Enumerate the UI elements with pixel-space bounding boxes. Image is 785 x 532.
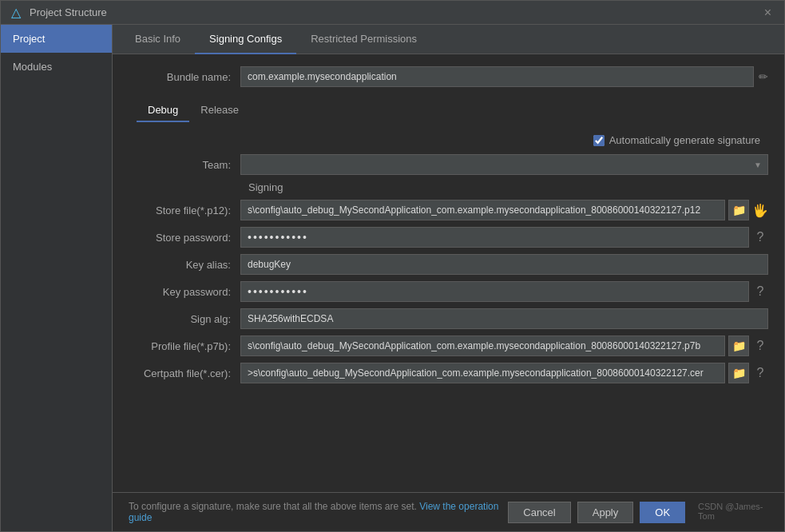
top-tabs: Basic Info Signing Configs Restricted Pe… xyxy=(113,25,784,54)
main-panel: Basic Info Signing Configs Restricted Pe… xyxy=(113,25,784,531)
profile-file-browse-button[interactable]: 📁 xyxy=(728,335,749,356)
key-password-help-icon[interactable]: ? xyxy=(752,284,768,299)
titlebar: △ Project Structure × xyxy=(1,1,784,25)
team-select[interactable] xyxy=(240,154,768,175)
team-row: Team: xyxy=(129,154,768,175)
store-file-row: Store file(*.p12): 📁 🖐 xyxy=(129,200,768,220)
sign-alg-label: Sign alg: xyxy=(129,313,240,325)
tab-basic-info[interactable]: Basic Info xyxy=(121,25,195,54)
edit-icon[interactable]: ✏ xyxy=(759,70,768,83)
app-icon: △ xyxy=(9,6,23,20)
sidebar-item-project[interactable]: Project xyxy=(1,25,112,53)
certpath-file-browse-button[interactable]: 📁 xyxy=(728,363,749,383)
ok-button[interactable]: OK xyxy=(640,502,685,523)
bundle-name-row: Bundle name: ✏ xyxy=(129,66,768,87)
bundle-name-input[interactable] xyxy=(240,66,754,87)
store-file-input-wrapper: 📁 🖐 xyxy=(240,200,768,220)
key-alias-input-wrapper xyxy=(240,254,768,275)
bundle-name-label: Bundle name: xyxy=(129,71,240,83)
footer-message: To configure a signature, make sure that… xyxy=(129,501,508,523)
auto-sign-label: Automatically generate signature xyxy=(609,134,760,146)
store-file-input[interactable] xyxy=(240,200,725,220)
store-file-browse-button[interactable]: 📁 xyxy=(728,200,749,220)
profile-file-row: Profile file(*.p7b): 📁 ? xyxy=(129,335,768,356)
fingerprint-icon[interactable]: 🖐 xyxy=(752,203,768,218)
footer-text: To configure a signature, make sure that… xyxy=(129,501,417,512)
tab-restricted-permissions[interactable]: Restricted Permissions xyxy=(296,25,431,54)
footer: To configure a signature, make sure that… xyxy=(113,492,784,531)
cancel-button[interactable]: Cancel xyxy=(508,502,570,523)
sub-tab-release[interactable]: Release xyxy=(189,99,250,122)
profile-file-label: Profile file(*.p7b): xyxy=(129,340,240,352)
project-structure-window: △ Project Structure × Project Modules Ba… xyxy=(0,0,785,532)
close-button[interactable]: × xyxy=(759,4,776,22)
window-content: Project Modules Basic Info Signing Confi… xyxy=(1,25,784,531)
profile-file-input[interactable] xyxy=(240,335,725,356)
store-password-input-wrapper: ? xyxy=(240,227,768,248)
certpath-file-row: Certpath file(*.cer): 📁 ? xyxy=(129,363,768,383)
profile-file-help-icon[interactable]: ? xyxy=(752,339,768,353)
auto-sign-checkbox-wrapper: Automatically generate signature xyxy=(593,134,760,146)
sub-tabs: Debug Release xyxy=(129,99,768,122)
sidebar-item-modules[interactable]: Modules xyxy=(1,53,112,81)
key-alias-label: Key alias: xyxy=(129,259,240,271)
profile-file-input-wrapper: 📁 ? xyxy=(240,335,768,356)
key-password-row: Key password: ? xyxy=(129,281,768,302)
store-password-label: Store password: xyxy=(129,232,240,244)
sub-tab-debug[interactable]: Debug xyxy=(137,99,189,122)
bundle-name-input-wrapper xyxy=(240,66,754,87)
team-select-wrapper xyxy=(240,154,768,175)
key-password-label: Key password: xyxy=(129,286,240,298)
store-password-help-icon[interactable]: ? xyxy=(752,230,768,244)
team-label: Team: xyxy=(129,159,240,171)
key-password-input[interactable] xyxy=(240,281,749,302)
signing-section-label: Signing xyxy=(129,181,768,193)
certpath-file-input[interactable] xyxy=(240,363,725,383)
certpath-file-label: Certpath file(*.cer): xyxy=(129,367,240,379)
apply-button[interactable]: Apply xyxy=(577,502,634,523)
store-password-row: Store password: ? xyxy=(129,227,768,248)
certpath-file-input-wrapper: 📁 ? xyxy=(240,363,768,383)
store-password-input[interactable] xyxy=(240,227,749,248)
tab-signing-configs[interactable]: Signing Configs xyxy=(195,25,296,54)
auto-sign-row: Automatically generate signature xyxy=(129,134,768,146)
key-alias-row: Key alias: xyxy=(129,254,768,275)
watermark: CSDN @James-Tom xyxy=(698,502,768,523)
button-row: Cancel Apply OK CSDN @James-Tom xyxy=(508,502,768,523)
sidebar: Project Modules xyxy=(1,25,113,531)
key-alias-input[interactable] xyxy=(240,254,768,275)
window-title: Project Structure xyxy=(30,6,759,18)
sign-alg-row: Sign alg: xyxy=(129,308,768,329)
sign-alg-input-wrapper xyxy=(240,308,768,329)
certpath-file-help-icon[interactable]: ? xyxy=(752,366,768,380)
signing-configs-content: Bundle name: ✏ Debug Release Automatical… xyxy=(113,54,784,492)
key-password-input-wrapper: ? xyxy=(240,281,768,302)
auto-sign-checkbox[interactable] xyxy=(593,135,605,146)
sign-alg-input[interactable] xyxy=(240,308,768,329)
store-file-label: Store file(*.p12): xyxy=(129,204,240,216)
